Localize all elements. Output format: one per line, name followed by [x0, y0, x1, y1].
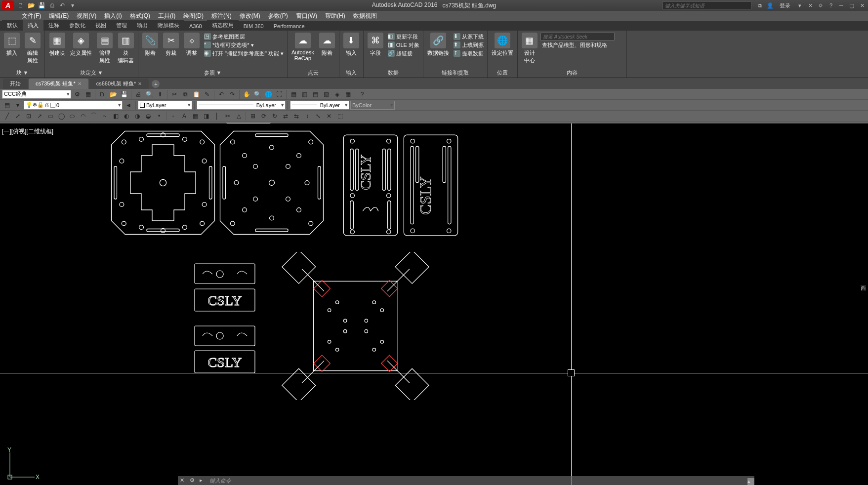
ribbontab-2[interactable]: 注释 [43, 20, 64, 31]
new-icon[interactable]: 🗋 [16, 1, 26, 10]
zoom-icon[interactable]: 🔍 [252, 89, 262, 99]
draw-tool-1[interactable]: ⤢ [13, 111, 23, 121]
command-line[interactable]: ✕ ⚙ ▸ 键入命令 [178, 476, 754, 485]
menu-1[interactable]: 编辑(E) [45, 11, 73, 21]
draw-tool-14[interactable]: • [154, 111, 164, 121]
color-combo[interactable]: ByLayer▾ [138, 101, 192, 110]
ribbon-row-5-1[interactable]: ◨OLE 对象 [386, 41, 421, 49]
print-icon[interactable]: 🖨 [133, 89, 143, 99]
seek-search-input[interactable] [540, 33, 615, 40]
panel-title[interactable]: 点云 [289, 69, 337, 78]
draw-tool-4[interactable]: ▭ [45, 111, 55, 121]
cmd-tool-icon[interactable]: ⚙ [190, 477, 197, 484]
infocenter-icon[interactable]: ⧉ [755, 1, 765, 10]
draw-tool-29[interactable]: ✕ [324, 111, 334, 121]
ribbon-row-5-2[interactable]: 🔗超链接 [386, 49, 421, 57]
draw-tool-10[interactable]: ◧ [111, 111, 121, 121]
ribbontab-5[interactable]: 管理 [111, 20, 132, 31]
draw-tool-9[interactable]: ~ [100, 111, 110, 121]
panel-title[interactable]: 内容 [520, 69, 624, 78]
ribbon-btn-1-0[interactable]: ▦创建块 [47, 32, 67, 58]
ribbon-btn-1-2[interactable]: ▤管理 属性 [95, 32, 115, 65]
menu-0[interactable]: 文件(F) [18, 11, 45, 21]
app-logo[interactable] [2, 0, 14, 10]
draw-tool-0[interactable]: ╱ [2, 111, 12, 121]
draw-tool-24[interactable]: ↻ [270, 111, 280, 121]
draw-tool-11[interactable]: ◐ [122, 111, 131, 121]
ribbon-btn-5-0[interactable]: ⌘字段 [366, 32, 385, 58]
ribbon-btn-3-0[interactable]: ☁Autodesk ReCap [289, 32, 316, 62]
ribbon-btn-6-0[interactable]: 🔗数据链接 [425, 32, 451, 58]
draw-tool-20[interactable]: ✂ [223, 111, 233, 121]
ribbon-btn-2-2[interactable]: ⟐调整 [182, 32, 202, 58]
menu-12[interactable]: 数据视图 [349, 11, 381, 21]
menu-10[interactable]: 窗口(W) [292, 11, 321, 21]
ribbontab-7[interactable]: 附加模块 [153, 20, 184, 31]
markup-icon[interactable]: ◈ [332, 89, 342, 99]
props-icon[interactable]: ▦ [289, 89, 298, 99]
draw-tool-21[interactable]: △ [234, 111, 244, 121]
draw-tool-8[interactable]: ⌒ [89, 111, 99, 121]
lineweight-combo[interactable]: ByLayer▾ [290, 101, 349, 110]
new-tab-button[interactable]: + [152, 80, 160, 88]
menu-2[interactable]: 视图(V) [73, 11, 100, 21]
panel-title[interactable]: 输入 [341, 69, 361, 78]
ribbon-btn-2-1[interactable]: ✂剪裁 [161, 32, 181, 58]
ribbon-row-6-0[interactable]: ⬇从源下载 [452, 33, 485, 40]
ribbontab-0[interactable]: 默认 [2, 20, 23, 31]
ribbontab-3[interactable]: 参数化 [64, 20, 90, 31]
layer-combo[interactable]: 💡❄🔓🖨0 ▾ [24, 101, 123, 110]
match-icon[interactable]: ✎ [202, 89, 212, 99]
open-icon[interactable]: 📂 [26, 1, 36, 10]
exchange-icon[interactable]: ✕ [805, 1, 815, 10]
ribbon-btn-1-1[interactable]: ◈定义属性 [68, 32, 94, 58]
panel-title[interactable]: 块 ▼ [2, 69, 42, 78]
menu-3[interactable]: 插入(I) [100, 11, 125, 21]
menu-6[interactable]: 绘图(D) [179, 11, 207, 21]
favorite-icon[interactable]: ⛭ [816, 1, 826, 10]
undo-icon[interactable]: ↶ [216, 89, 226, 99]
filetab-close-icon[interactable]: ✕ [78, 81, 82, 86]
preview-icon[interactable]: 🔍 [144, 89, 154, 99]
scrollbar-thumb[interactable]: ▴ [747, 478, 754, 485]
cmd-chevron-icon[interactable]: ▸ [200, 477, 207, 484]
ribbontab-10[interactable]: BIM 360 [239, 21, 269, 31]
save-icon[interactable]: 💾 [37, 1, 46, 10]
layer-manager-icon[interactable]: ▤ [2, 100, 12, 110]
new-icon[interactable]: 🗋 [97, 89, 107, 99]
viewport-label[interactable]: [一][俯视][二维线框] [2, 127, 53, 136]
ribbon-row-6-1[interactable]: ⬆上载到源 [452, 41, 485, 49]
menu-7[interactable]: 标注(N) [207, 11, 236, 21]
panel-title[interactable]: 数据 [366, 69, 421, 78]
open-icon[interactable]: 📂 [108, 89, 118, 99]
ssm-icon[interactable]: ▧ [321, 89, 331, 99]
ribbon-row-2-2[interactable]: ◉打开 "捕捉到参考底图" 功能 ▾ [203, 49, 285, 57]
ribbontab-11[interactable]: Performance [269, 21, 310, 31]
draw-tool-15[interactable]: ◦ [168, 111, 178, 121]
cut-icon[interactable]: ✂ [169, 89, 179, 99]
draw-tool-27[interactable]: ↕ [302, 111, 312, 121]
ribbon-btn-4-0[interactable]: ⬇输入 [341, 32, 361, 58]
panel-title[interactable]: 链接和提取 [425, 69, 485, 78]
ribbon-row-6-2[interactable]: ⤒提取数据 [452, 49, 485, 57]
menu-5[interactable]: 工具(I) [154, 11, 179, 21]
ribbon-btn-3-1[interactable]: ☁附着 [317, 32, 337, 58]
user-icon[interactable]: 👤 [765, 1, 775, 10]
panel-title[interactable]: 参照 ▼ [140, 69, 285, 78]
menu-4[interactable]: 格式(Q) [126, 11, 154, 21]
ribbontab-9[interactable]: 精选应用 [207, 20, 239, 31]
draw-tool-6[interactable]: ⬭ [67, 111, 77, 121]
ribbon-btn-8-0[interactable]: ▦设计 中心 [520, 32, 539, 65]
draw-tool-22[interactable]: ⊞ [248, 111, 258, 121]
draw-tool-30[interactable]: ⬚ [335, 111, 345, 121]
draw-tool-19[interactable]: │ [212, 111, 222, 121]
draw-tool-26[interactable]: ⇆ [291, 111, 301, 121]
draw-tool-23[interactable]: ⟳ [259, 111, 269, 121]
menu-8[interactable]: 修改(M) [236, 11, 264, 21]
draw-tool-13[interactable]: ◒ [143, 111, 153, 121]
menu-11[interactable]: 帮助(H) [321, 11, 349, 21]
help-search-input[interactable] [662, 1, 751, 9]
help-icon[interactable]: ? [357, 89, 367, 99]
login-button[interactable]: 登录 [780, 2, 790, 9]
ribbon-btn-0-0[interactable]: ⬚插入 [2, 32, 22, 58]
